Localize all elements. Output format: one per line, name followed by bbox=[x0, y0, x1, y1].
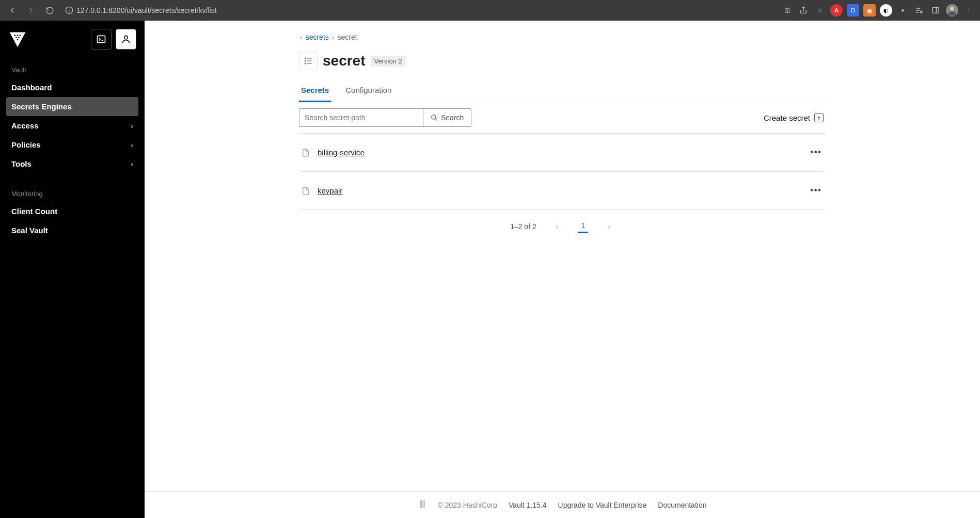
user-menu-button[interactable] bbox=[116, 29, 136, 50]
profile-avatar-icon[interactable] bbox=[946, 4, 958, 17]
terminal-icon bbox=[96, 34, 106, 44]
pagination-prev-button[interactable]: ‹ bbox=[552, 220, 563, 233]
chevron-left-icon: ‹ bbox=[332, 33, 335, 41]
footer-version[interactable]: Vault 1.15.4 bbox=[509, 501, 547, 509]
svg-point-16 bbox=[18, 37, 20, 38]
secret-row[interactable]: billing-service ••• bbox=[299, 134, 826, 172]
svg-point-15 bbox=[15, 37, 17, 38]
plus-icon: + bbox=[814, 113, 824, 122]
file-icon bbox=[301, 148, 310, 157]
svg-point-17 bbox=[17, 39, 19, 40]
sidebar-section-monitoring: Monitoring bbox=[6, 186, 138, 202]
svg-point-23 bbox=[305, 60, 306, 61]
footer-upgrade-link[interactable]: Upgrade to Vault Enterprise bbox=[558, 501, 647, 509]
url-text: 127.0.0.1:8200/ui/vault/secrets/secret/k… bbox=[76, 6, 217, 14]
footer: © 2023 HashiCorp Vault 1.15.4 Upgrade to… bbox=[145, 491, 980, 518]
secret-name-link[interactable]: keypair bbox=[318, 186, 342, 195]
svg-rect-30 bbox=[423, 501, 424, 507]
version-badge: Version 2 bbox=[371, 56, 406, 67]
svg-rect-29 bbox=[420, 501, 422, 507]
panel-icon[interactable] bbox=[929, 4, 942, 17]
page-title: secret bbox=[323, 53, 366, 69]
sidebar-item-label: Policies bbox=[11, 140, 41, 149]
sidebar-item-policies[interactable]: Policies› bbox=[6, 135, 138, 154]
url-bar[interactable]: 127.0.0.1:8200/ui/vault/secrets/secret/k… bbox=[61, 4, 221, 17]
hashicorp-icon bbox=[418, 500, 426, 510]
sidebar-item-access[interactable]: Access› bbox=[6, 116, 138, 135]
browser-back-button[interactable] bbox=[5, 3, 20, 18]
sidebar-item-client-count[interactable]: Client Count bbox=[6, 202, 138, 221]
browser-toolbar: 127.0.0.1:8200/ui/vault/secrets/secret/k… bbox=[0, 0, 980, 21]
extension-d-icon[interactable]: D bbox=[847, 4, 859, 17]
tab-configuration[interactable]: Configuration bbox=[343, 79, 393, 102]
key-icon[interactable]: ⚿ bbox=[781, 4, 793, 17]
sidebar-section-vault: Vault bbox=[6, 62, 138, 78]
svg-rect-8 bbox=[932, 8, 939, 13]
svg-line-28 bbox=[435, 119, 437, 121]
bookmark-star-icon[interactable]: ☆ bbox=[814, 4, 826, 17]
svg-point-27 bbox=[432, 115, 436, 119]
breadcrumb: ‹ secrets ‹ secret bbox=[299, 33, 826, 41]
extensions-puzzle-icon[interactable]: ✦ bbox=[896, 4, 909, 17]
sidebar-item-label: Access bbox=[11, 121, 39, 130]
main-content: ‹ secrets ‹ secret secret Version 2 Secr… bbox=[145, 21, 980, 518]
footer-docs-link[interactable]: Documentation bbox=[658, 501, 706, 509]
user-icon bbox=[121, 34, 131, 44]
svg-rect-18 bbox=[98, 36, 105, 42]
sidebar-item-secrets-engines[interactable]: Secrets Engines bbox=[6, 97, 138, 116]
create-secret-button[interactable]: Create secret + bbox=[762, 109, 826, 126]
secret-name-link[interactable]: billing-service bbox=[318, 148, 365, 157]
sidebar-item-seal-vault[interactable]: Seal Vault bbox=[6, 221, 138, 240]
tabs: Secrets Configuration bbox=[299, 79, 826, 102]
share-icon[interactable] bbox=[797, 4, 810, 17]
extension-fox-icon[interactable]: ▣ bbox=[863, 4, 876, 17]
svg-point-21 bbox=[305, 58, 306, 59]
secret-row[interactable]: keypair ••• bbox=[299, 172, 826, 210]
chevron-left-icon: ‹ bbox=[300, 33, 303, 41]
pagination-next-button[interactable]: › bbox=[604, 220, 614, 233]
sidebar: Vault Dashboard Secrets Engines Access› … bbox=[0, 21, 145, 518]
breadcrumb-parent[interactable]: secrets bbox=[306, 33, 329, 41]
svg-point-14 bbox=[20, 35, 21, 36]
browser-menu-icon[interactable]: ⋮ bbox=[962, 4, 975, 17]
svg-point-25 bbox=[305, 63, 306, 64]
search-icon bbox=[431, 114, 438, 121]
row-menu-button[interactable]: ••• bbox=[808, 145, 824, 160]
breadcrumb-current: secret bbox=[337, 33, 357, 41]
browser-reload-button[interactable] bbox=[42, 3, 57, 18]
pagination-page-current[interactable]: 1 bbox=[578, 219, 588, 233]
search-button-label: Search bbox=[441, 114, 464, 122]
extension-abp-icon[interactable]: A bbox=[830, 4, 843, 17]
console-button[interactable] bbox=[91, 29, 112, 50]
sidebar-item-label: Client Count bbox=[11, 207, 57, 216]
pagination-count: 1–2 of 2 bbox=[510, 222, 536, 231]
playlist-icon[interactable] bbox=[913, 4, 925, 17]
svg-marker-7 bbox=[921, 11, 922, 13]
vault-logo-icon[interactable] bbox=[8, 30, 27, 48]
svg-point-13 bbox=[17, 35, 19, 36]
sidebar-item-label: Tools bbox=[11, 159, 31, 168]
chevron-right-icon: › bbox=[131, 121, 133, 130]
pagination: 1–2 of 2 ‹ 1 › bbox=[299, 210, 826, 242]
svg-point-20 bbox=[124, 36, 128, 39]
svg-point-10 bbox=[950, 7, 954, 11]
list-icon bbox=[299, 52, 318, 70]
sidebar-item-tools[interactable]: Tools› bbox=[6, 154, 138, 173]
search-input[interactable] bbox=[299, 108, 423, 127]
create-secret-label: Create secret bbox=[764, 114, 810, 122]
extension-circle-icon[interactable]: ◐ bbox=[880, 4, 892, 17]
sidebar-item-label: Seal Vault bbox=[11, 226, 48, 235]
sidebar-item-dashboard[interactable]: Dashboard bbox=[6, 78, 138, 97]
info-icon bbox=[65, 6, 73, 14]
sidebar-item-label: Secrets Engines bbox=[11, 102, 72, 111]
tab-secrets[interactable]: Secrets bbox=[299, 79, 331, 102]
browser-forward-button[interactable] bbox=[24, 3, 38, 18]
search-button[interactable]: Search bbox=[423, 108, 471, 127]
row-menu-button[interactable]: ••• bbox=[808, 183, 824, 198]
chevron-right-icon: › bbox=[131, 140, 133, 149]
file-icon bbox=[301, 186, 310, 196]
sidebar-item-label: Dashboard bbox=[11, 83, 52, 92]
footer-copyright: © 2023 HashiCorp bbox=[438, 501, 497, 509]
svg-point-12 bbox=[14, 35, 16, 36]
chevron-right-icon: › bbox=[131, 159, 133, 168]
